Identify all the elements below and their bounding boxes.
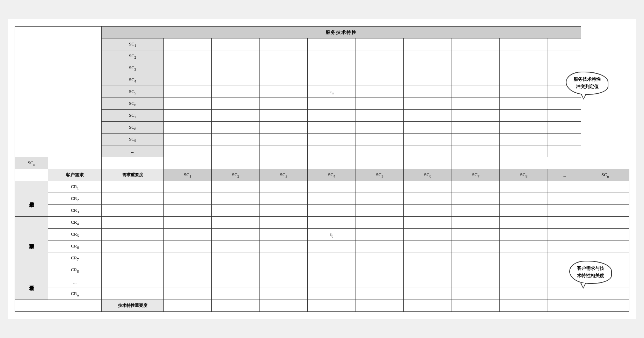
cr8-row: 环境要求 CR8 (15, 264, 629, 276)
conflict-bubble: 服务技术特性 冲突判定值 (566, 72, 608, 95)
sc5-col-header: SC5 (356, 169, 404, 181)
top-header-row: 服务技术特性 (15, 27, 629, 38)
top-sc-7: SC7 (102, 110, 164, 122)
cr-ellipsis-row: ... (15, 276, 629, 288)
top-sc-row-6: SC6 (15, 98, 629, 110)
top-sc-8: SC8 (102, 122, 164, 134)
top-sc-row-2: SC2 (15, 50, 629, 62)
top-sc-4: SC4 (102, 74, 164, 86)
tech-characteristics-header: 服务技术特性 (102, 27, 581, 38)
crn-row: CRn (15, 288, 629, 300)
main-container: 服务技术特性 SC1 SC2 (8, 19, 636, 319)
top-sc-row-5: SC5 cii (15, 86, 629, 98)
sc2-col-header: SC2 (212, 169, 260, 181)
top-sc-row-4: SC4 (15, 74, 629, 86)
top-sc-row-7: SC7 (15, 110, 629, 122)
top-sc-6: SC6 (102, 98, 164, 110)
qfd-matrix: 服务技术特性 SC1 SC2 (15, 26, 629, 312)
cr1-label: CR1 (48, 181, 102, 193)
cr2-label: CR2 (48, 193, 102, 205)
conflict-bubble-line2: 冲突判定值 (576, 84, 599, 89)
cr2-row: CR2 (15, 193, 629, 205)
top-sc-ellipsis: ... (102, 145, 164, 157)
top-sc-row-n: SCn (15, 157, 629, 169)
top-sc-1: SC1 (102, 38, 164, 50)
top-sc-row-8: SC8 (15, 122, 629, 134)
tech-importance-label: 技术特性重要度 (102, 300, 164, 312)
sc-ellipsis-col-header: ... (548, 169, 581, 181)
top-sc-row-ellipsis: ... (15, 145, 629, 157)
product-use-group-label: 产品使用需求 (15, 181, 48, 217)
sc1-col-header: SC1 (163, 169, 212, 181)
cr-ellipsis-label: ... (48, 276, 102, 288)
tech-importance-row: 技术特性重要度 (15, 300, 629, 312)
cr6-label: CR6 (48, 240, 102, 252)
cr6-row: CR6 (15, 240, 629, 252)
product-mgmt-group-label: 产品管理需求 (15, 217, 48, 264)
top-sc-n: SCn (15, 157, 48, 169)
sc8-col-header: SC8 (500, 169, 548, 181)
top-sc-row-9: SC9 (15, 134, 629, 145)
corr-bubble-line2: 术特性相关度 (577, 273, 604, 278)
cr7-label: CR7 (48, 252, 102, 264)
top-sc-row-1: SC1 (15, 38, 629, 50)
cr4-label: CR4 (48, 217, 102, 229)
top-sc-9: SC9 (102, 134, 164, 145)
env-req-group-label: 环境要求 (15, 264, 48, 300)
corr-bubble-line1: 客户需求与技 (577, 266, 604, 271)
top-sc-3: SC3 (102, 62, 164, 74)
sc3-col-header: SC3 (259, 169, 308, 181)
top-sc-5: SC5 (102, 86, 164, 98)
cr5-row: CR5 rij (15, 229, 629, 240)
top-sc-2: SC2 (102, 50, 164, 62)
cr3-row: CR3 (15, 205, 629, 217)
sc4-col-header: SC4 (308, 169, 356, 181)
sc6-col-header: SC6 (404, 169, 452, 181)
cr7-row: CR7 (15, 252, 629, 264)
conflict-bubble-line1: 服务技术特性 (573, 77, 601, 82)
sc7-col-header: SC7 (452, 169, 500, 181)
col-headers-row: 客户需求 需求重要度 SC1 SC2 SC3 SC4 SC5 SC6 SC7 S… (15, 169, 629, 181)
cr8-label: CR8 (48, 264, 102, 276)
cr3-label: CR3 (48, 205, 102, 217)
corr-bubble: 客户需求与技 术特性相关度 (569, 261, 612, 284)
crn-label: CRn (48, 288, 102, 300)
cr4-row: 产品管理需求 CR4 (15, 217, 629, 229)
cr5-label: CR5 (48, 229, 102, 240)
importance-header: 需求重要度 (102, 169, 164, 181)
top-sc-row-3: SC3 (15, 62, 629, 74)
cr1-row: 产品使用需求 CR1 (15, 181, 629, 193)
customer-need-header: 客户需求 (48, 169, 102, 181)
rij-cell: rij (308, 229, 356, 240)
scn-col-header: SCn (581, 169, 629, 181)
